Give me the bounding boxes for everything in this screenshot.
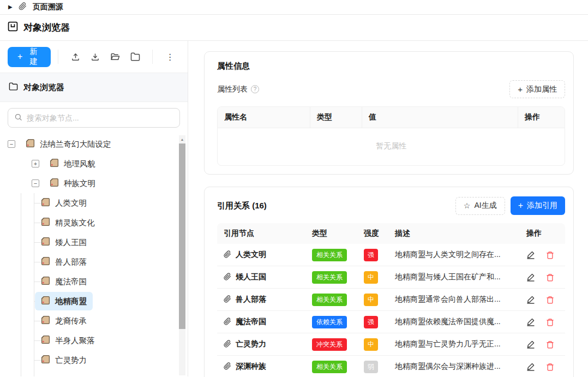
reference-description: 地精商盟依赖魔法帝国提供魔... xyxy=(388,317,520,327)
tree-item[interactable]: − 种族文明 xyxy=(0,173,188,193)
tree-item[interactable]: 兽人部落 xyxy=(0,252,188,272)
edit-button[interactable] xyxy=(526,318,535,326)
trash-icon xyxy=(546,296,554,304)
edit-pencil-icon xyxy=(526,295,535,304)
column-header: 属性名 xyxy=(218,107,310,128)
tree-item[interactable]: − 法纳兰奇幻大陆设定 xyxy=(0,134,188,154)
folder-button[interactable] xyxy=(125,48,146,65)
import-button[interactable] xyxy=(85,48,105,65)
package-icon xyxy=(41,335,50,346)
export-button[interactable] xyxy=(65,48,86,65)
add-reference-button[interactable]: + 添加引用 xyxy=(511,196,565,215)
delete-button[interactable] xyxy=(546,251,554,259)
delete-button[interactable] xyxy=(546,296,554,304)
tree-item-label: 矮人王国 xyxy=(55,237,87,248)
reference-node-cell[interactable]: 矮人王国 xyxy=(217,272,305,282)
strength-badge: 强 xyxy=(364,316,378,328)
search-area xyxy=(0,102,188,133)
references-table-header: 引用节点 类型 强度 描述 操作 xyxy=(217,223,565,244)
object-tree: ▲ − 法纳兰奇幻大陆设定 + 地理风貌 − 种族文明 xyxy=(0,133,188,376)
ai-generate-button[interactable]: ☆ AI生成 xyxy=(455,197,505,215)
properties-card-title: 属性信息 xyxy=(217,61,565,71)
tree-toggle-icon[interactable]: + xyxy=(32,160,39,167)
tree-toggle-icon[interactable]: − xyxy=(32,179,39,187)
tree-scrollbar[interactable]: ▲ xyxy=(179,135,185,375)
tree-item-inner[interactable]: 亡灵势力 xyxy=(35,351,93,369)
page-title: 对象浏览器 xyxy=(23,21,70,34)
reference-node-cell[interactable]: 亡灵势力 xyxy=(217,339,305,349)
search-box[interactable] xyxy=(8,108,180,128)
link-icon[interactable] xyxy=(19,2,27,13)
tree-item-inner[interactable]: 法纳兰奇幻大陆设定 xyxy=(20,135,117,153)
edit-button[interactable] xyxy=(526,340,535,349)
tree-item-inner[interactable]: 精灵族文化 xyxy=(35,213,101,232)
edit-pencil-icon xyxy=(526,250,535,259)
delete-button[interactable] xyxy=(546,363,554,371)
tree-item[interactable]: 地精商盟 xyxy=(0,291,188,311)
tree-item-inner[interactable]: 人类文明 xyxy=(35,194,93,212)
reference-row: 魔法帝国 依赖关系 强 地精商盟依赖魔法帝国提供魔... xyxy=(217,311,565,333)
reference-node-name: 人类文明 xyxy=(236,250,266,260)
add-property-button[interactable]: + 添加属性 xyxy=(509,80,565,98)
search-input[interactable] xyxy=(27,113,173,122)
edit-button[interactable] xyxy=(526,295,535,304)
edit-button[interactable] xyxy=(526,362,535,371)
tree-item[interactable]: 龙裔传承 xyxy=(0,311,188,331)
properties-card: 属性信息 属性列表 ? + 添加属性 属性名 类型 值 操作 暂无属性 xyxy=(204,51,574,175)
tree-item-inner[interactable]: 半身人聚落 xyxy=(35,331,101,350)
tree-toolbar: + 新建 ⋮ xyxy=(0,41,188,73)
strength-badge: 中 xyxy=(364,338,378,351)
delete-button[interactable] xyxy=(546,340,554,349)
right-panel: 属性信息 属性列表 ? + 添加属性 属性名 类型 值 操作 暂无属性 xyxy=(188,41,588,376)
tree-item-label: 亡灵势力 xyxy=(55,355,87,366)
tree-item[interactable]: + 地理风貌 xyxy=(0,154,188,173)
reference-node-name: 亡灵势力 xyxy=(236,339,266,349)
strength-badge: 中 xyxy=(364,294,378,306)
edit-pencil-icon xyxy=(526,273,535,282)
reference-node-cell[interactable]: 深渊种族 xyxy=(217,362,305,372)
reference-node-cell[interactable]: 人类文明 xyxy=(217,250,305,260)
tree-item[interactable]: 半身人聚落 xyxy=(0,331,188,350)
reference-row: 人类文明 相关关系 强 地精商盟与人类文明之间存在... xyxy=(217,244,565,266)
reference-node-cell[interactable]: 兽人部落 xyxy=(217,295,305,304)
edit-button[interactable] xyxy=(526,250,535,259)
delete-button[interactable] xyxy=(546,318,554,326)
tree-item[interactable]: 矮人王国 xyxy=(0,232,188,252)
tree-item-inner[interactable]: 魔法帝国 xyxy=(35,272,93,291)
expand-triangle-icon[interactable]: ▶ xyxy=(8,4,13,10)
tree-item[interactable]: 精灵族文化 xyxy=(0,213,188,232)
relation-type-badge: 依赖关系 xyxy=(312,316,347,328)
tree-item-inner[interactable]: 兽人部落 xyxy=(35,253,93,271)
tree-item[interactable]: 魔法帝国 xyxy=(0,272,188,291)
package-icon xyxy=(26,139,35,149)
reference-node-cell[interactable]: 魔法帝国 xyxy=(217,317,305,327)
open-folder-button[interactable] xyxy=(105,48,125,65)
folder-open-icon xyxy=(110,52,120,62)
tree-item-inner[interactable]: 地理风貌 xyxy=(44,154,101,173)
scrollbar-up-arrow[interactable]: ▲ xyxy=(179,135,185,143)
reference-row: 矮人王国 相关关系 中 地精商盟与矮人王国在矿产和... xyxy=(217,266,565,289)
tree-toggle-icon[interactable]: − xyxy=(8,140,15,148)
tree-item[interactable]: 亡灵势力 xyxy=(0,350,188,370)
reference-row: 亡灵势力 冲突关系 中 地精商盟与亡灵势力几乎无正... xyxy=(217,333,565,356)
more-menu-button[interactable]: ⋮ xyxy=(160,48,180,65)
strength-badge: 强 xyxy=(364,249,378,261)
tree-item-label: 半身人聚落 xyxy=(55,336,95,346)
tree-item-inner[interactable]: 地精商盟 xyxy=(35,292,93,310)
edit-button[interactable] xyxy=(526,273,535,282)
tree-item-inner[interactable]: 矮人王国 xyxy=(35,233,93,252)
left-panel: + 新建 ⋮ 对象浏览器 xyxy=(0,41,188,376)
help-icon[interactable]: ? xyxy=(251,85,259,93)
tree-item-inner[interactable]: 种族文明 xyxy=(44,174,101,193)
tree-item[interactable]: 人类文明 xyxy=(0,193,188,213)
relation-type-badge: 相关关系 xyxy=(312,271,347,284)
delete-button[interactable] xyxy=(546,273,554,282)
new-button[interactable]: + 新建 xyxy=(8,47,51,67)
relation-type-badge: 相关关系 xyxy=(312,249,347,261)
tree-item-inner[interactable]: 龙裔传承 xyxy=(35,312,93,330)
reference-node-name: 兽人部落 xyxy=(236,295,266,304)
breadcrumb-label[interactable]: 页面溯源 xyxy=(33,2,63,12)
upload-icon xyxy=(71,52,80,62)
scrollbar-thumb[interactable] xyxy=(179,143,185,329)
tree-item-label: 人类文明 xyxy=(55,198,87,208)
